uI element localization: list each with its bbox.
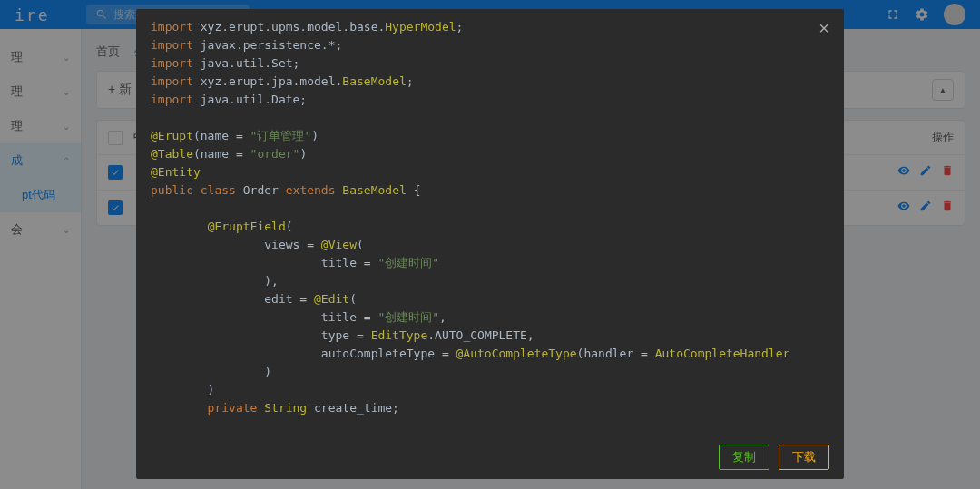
close-icon[interactable]: × <box>818 18 829 39</box>
code-block: import xyz.erupt.upms.model.base.HyperMo… <box>136 9 804 435</box>
copy-button[interactable]: 复制 <box>719 445 769 470</box>
download-button[interactable]: 下载 <box>779 445 829 470</box>
code-scroll-area[interactable]: import xyz.erupt.upms.model.base.HyperMo… <box>136 9 844 435</box>
modal-footer: 复制 下载 <box>136 435 844 479</box>
code-modal: × import xyz.erupt.upms.model.base.Hyper… <box>136 9 844 479</box>
modal-overlay: × import xyz.erupt.upms.model.base.Hyper… <box>0 0 980 489</box>
